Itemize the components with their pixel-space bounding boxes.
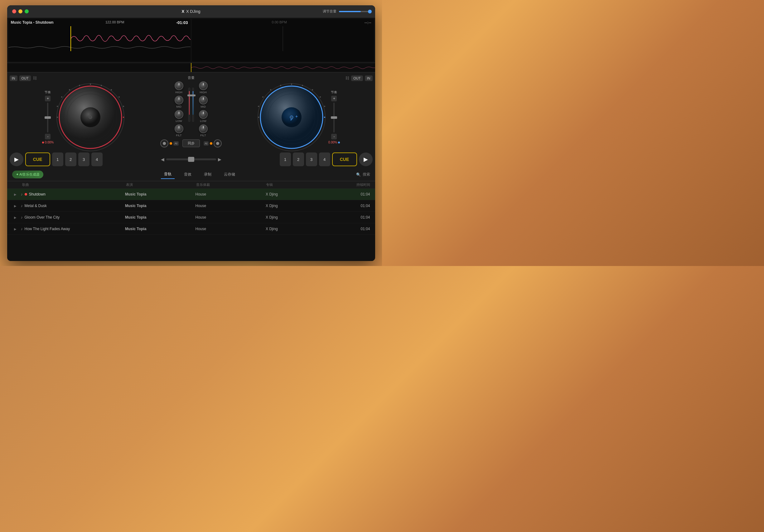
- svg-point-7: [101, 85, 102, 86]
- svg-point-9: [118, 96, 120, 97]
- right-tempo-track[interactable]: [333, 102, 335, 132]
- right-low-knob[interactable]: [199, 110, 208, 119]
- left-hotcue-1[interactable]: 1: [52, 152, 63, 166]
- right-tempo-label: 节奏: [331, 90, 337, 94]
- right-waveform[interactable]: 0.00 BPM --:--: [192, 19, 374, 62]
- right-tempo-minus[interactable]: -: [331, 134, 337, 139]
- dj-controls: IN OUT ⛓ 节奏 + - 0.0: [7, 72, 375, 151]
- track-duration-3: 01:04: [336, 227, 370, 231]
- svg-point-10: [123, 106, 124, 107]
- right-tempo-plus[interactable]: +: [331, 96, 337, 101]
- left-filt-knob[interactable]: [175, 124, 183, 133]
- track-name-0: ♪ Shutdown: [21, 192, 122, 196]
- track-play-btn-0[interactable]: ▶: [12, 191, 18, 197]
- left-out-button[interactable]: OUT: [19, 76, 31, 81]
- right-in-button[interactable]: IN: [365, 76, 373, 81]
- left-cue-button[interactable]: CUE: [25, 152, 50, 166]
- right-hotcue-4[interactable]: 4: [319, 152, 330, 166]
- left-tempo-minus[interactable]: -: [45, 134, 51, 139]
- track-genre-1: House: [196, 204, 264, 208]
- tab-record[interactable]: 录制: [201, 170, 215, 179]
- track-name-1: ♪ Metal & Dusk: [21, 204, 122, 208]
- tab-tracks[interactable]: 音轨: [161, 170, 175, 179]
- sync-button[interactable]: 同步: [182, 139, 200, 147]
- right-hotcue-1[interactable]: 1: [280, 152, 291, 166]
- right-cue-button[interactable]: CUE: [332, 152, 357, 166]
- app-window: X X DJing 调节音量 Music Topia - Shutdown 12…: [7, 5, 375, 261]
- left-tempo-track[interactable]: [47, 102, 48, 132]
- right-mid-knob[interactable]: [199, 96, 208, 104]
- left-hotcue-2[interactable]: 2: [65, 152, 77, 166]
- svg-point-35: [320, 96, 321, 97]
- svg-point-58: [290, 116, 293, 119]
- play-row: ▶ CUE 1 2 3 4 ◀ ▶ 1 2 3 4 CUE ▶: [7, 151, 375, 168]
- right-play-button[interactable]: ▶: [359, 152, 373, 166]
- right-hotcue-2[interactable]: 2: [293, 152, 304, 166]
- track-play-btn-1[interactable]: ▶: [12, 203, 18, 209]
- tab-cloud[interactable]: 云存储: [221, 170, 238, 179]
- track-row[interactable]: ▶ ♪ Shutdown Music Topia House X Djing 0…: [7, 189, 375, 200]
- tab-effects[interactable]: 音效: [181, 170, 195, 179]
- col-header-genre: 音乐体裁: [196, 182, 264, 187]
- minimize-button[interactable]: [18, 9, 22, 13]
- left-high-knob[interactable]: [175, 82, 183, 90]
- track-genre-0: House: [196, 192, 264, 196]
- ai-music-generator-button[interactable]: ✦ AI音乐生成器: [12, 171, 44, 178]
- close-button[interactable]: [12, 9, 16, 13]
- col-header-duration: 持续时间: [336, 182, 370, 187]
- left-bpm: 122.00 BPM: [105, 20, 124, 25]
- col-header-album: 专辑: [266, 182, 334, 187]
- svg-text:+: +: [295, 114, 298, 119]
- col-header-song: 歌曲: [22, 182, 123, 187]
- track-genre-3: House: [196, 227, 264, 231]
- left-volume-fader[interactable]: [188, 88, 190, 122]
- right-out-button[interactable]: OUT: [351, 76, 363, 81]
- right-volume-fader[interactable]: [192, 88, 194, 122]
- right-filt-knob[interactable]: [199, 124, 208, 133]
- right-link-icon: ⛓: [345, 76, 349, 81]
- left-hotcue-3[interactable]: 3: [78, 152, 90, 166]
- left-hotcue-4[interactable]: 4: [92, 152, 102, 166]
- left-play-button[interactable]: ▶: [10, 152, 23, 166]
- maximize-button[interactable]: [25, 9, 29, 13]
- right-record-btn[interactable]: [214, 139, 222, 147]
- title-bar: X X DJing 调节音量: [7, 5, 375, 18]
- left-tempo-section: 节奏 + - 0.00%: [42, 90, 54, 144]
- track-play-btn-3[interactable]: ▶: [12, 226, 18, 232]
- crossfader[interactable]: [166, 158, 216, 160]
- overview-strip[interactable]: [7, 63, 375, 72]
- svg-point-32: [291, 84, 292, 85]
- left-ai-dot: [170, 142, 172, 145]
- traffic-lights: [12, 9, 29, 13]
- left-turntable[interactable]: [56, 83, 125, 152]
- volume-slider[interactable]: [339, 11, 370, 12]
- search-icon: 🔍: [356, 172, 361, 177]
- left-low-knob[interactable]: [175, 110, 183, 119]
- track-play-btn-2[interactable]: ▶: [12, 214, 18, 221]
- right-hotcue-3[interactable]: 3: [306, 152, 317, 166]
- left-tempo-plus[interactable]: +: [45, 96, 51, 101]
- left-record-btn[interactable]: [160, 139, 168, 147]
- track-duration-1: 01:04: [336, 204, 370, 208]
- crossfader-right-arrow[interactable]: ▶: [218, 157, 221, 162]
- right-high-knob[interactable]: [199, 82, 208, 90]
- col-spacer: [12, 182, 20, 187]
- track-album-1: X Djing: [266, 204, 334, 208]
- svg-point-45: [258, 117, 259, 118]
- track-row[interactable]: ▶ ♪ Gloom Over The City Music Topia Hous…: [7, 212, 375, 223]
- left-mid-knob[interactable]: [175, 96, 183, 104]
- right-bpm: 0.00 BPM: [272, 20, 287, 25]
- track-row[interactable]: ▶ ♪ How The Light Fades Away Music Topia…: [7, 223, 375, 235]
- library-column-headers: 歌曲 表演 音乐体裁 专辑 持续时间: [7, 181, 375, 189]
- center-mixer: 音量 HIGH MID LOW: [160, 76, 222, 148]
- track-icon: ♪: [21, 227, 23, 231]
- left-waveform[interactable]: Music Topia - Shutdown 122.00 BPM -01:03: [8, 19, 191, 62]
- svg-point-37: [324, 117, 325, 118]
- track-row[interactable]: ▶ ♪ Metal & Dusk Music Topia House X Dji…: [7, 200, 375, 212]
- left-in-button[interactable]: IN: [10, 76, 17, 81]
- svg-point-48: [270, 89, 271, 90]
- svg-point-6: [90, 84, 91, 85]
- right-turntable[interactable]: ♪ +: [257, 83, 326, 152]
- crossfader-left-arrow[interactable]: ◀: [161, 157, 164, 162]
- waveform-area: Music Topia - Shutdown 122.00 BPM -01:03: [7, 18, 375, 63]
